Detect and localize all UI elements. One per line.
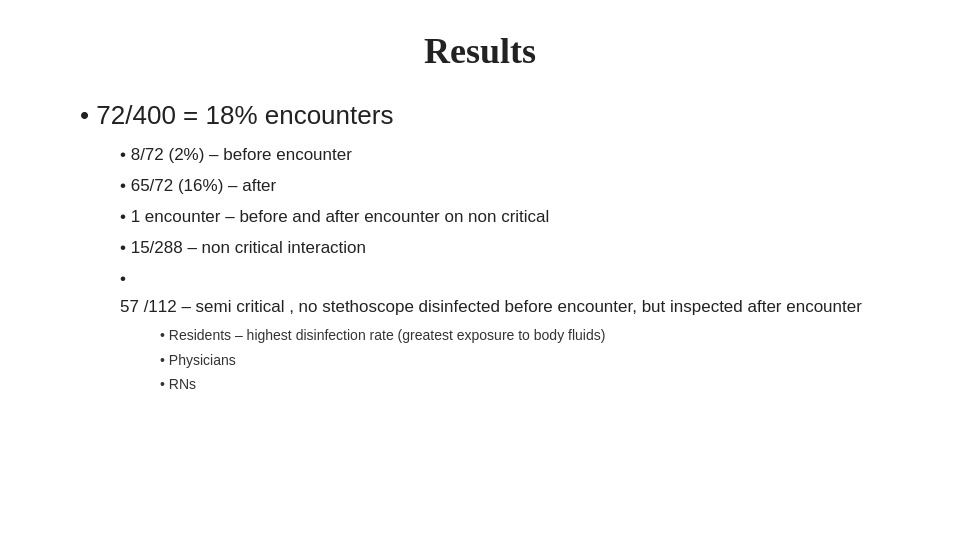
- list-item: Physicians: [160, 349, 862, 371]
- page: Results • 72/400 = 18% encounters 8/72 (…: [0, 0, 960, 540]
- title-container: Results: [60, 30, 900, 72]
- list-item: Residents – highest disinfection rate (g…: [160, 324, 862, 346]
- list-item: 1 encounter – before and after encounter…: [120, 203, 862, 232]
- page-title: Results: [424, 31, 536, 71]
- list-item: 65/72 (16%) – after: [120, 172, 862, 201]
- list-item-last: 57 /112 – semi critical , no stethoscope…: [120, 265, 862, 398]
- list-item: 15/288 – non critical interaction: [120, 234, 862, 263]
- sub-bullets-list: 8/72 (2%) – before encounter 65/72 (16%)…: [120, 141, 862, 400]
- list-item: 8/72 (2%) – before encounter: [120, 141, 862, 170]
- list-item: RNs: [160, 373, 862, 395]
- nested-bullets-list: Residents – highest disinfection rate (g…: [160, 324, 862, 397]
- main-bullet: • 72/400 = 18% encounters: [80, 100, 393, 131]
